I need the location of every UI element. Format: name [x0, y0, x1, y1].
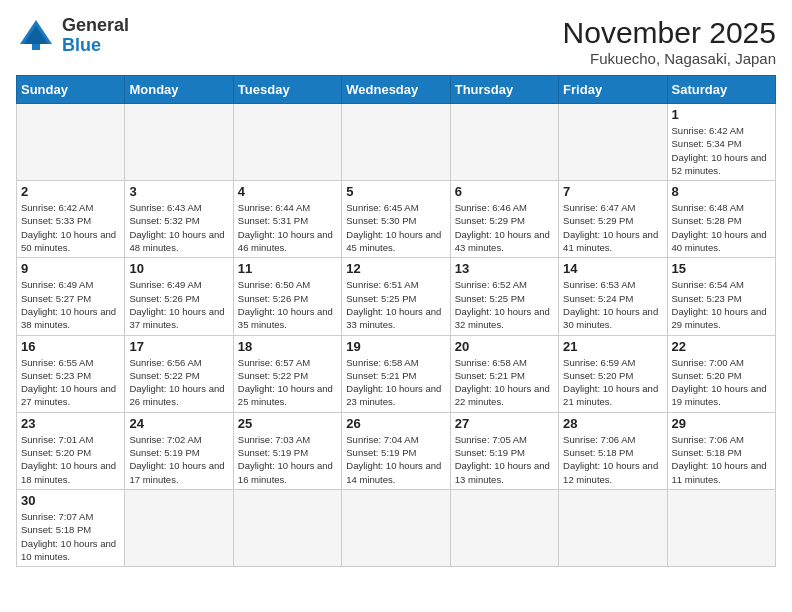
day-number: 24 [129, 416, 228, 431]
page-header: General Blue November 2025 Fukuecho, Nag… [16, 16, 776, 67]
logo-icon [16, 16, 56, 56]
day-info: Sunrise: 7:00 AM Sunset: 5:20 PM Dayligh… [672, 356, 771, 409]
day-info: Sunrise: 6:55 AM Sunset: 5:23 PM Dayligh… [21, 356, 120, 409]
day-number: 19 [346, 339, 445, 354]
day-number: 11 [238, 261, 337, 276]
calendar-day-cell: 5Sunrise: 6:45 AM Sunset: 5:30 PM Daylig… [342, 181, 450, 258]
day-info: Sunrise: 6:45 AM Sunset: 5:30 PM Dayligh… [346, 201, 445, 254]
day-info: Sunrise: 6:58 AM Sunset: 5:21 PM Dayligh… [346, 356, 445, 409]
page-title: November 2025 [563, 16, 776, 50]
calendar-day-cell: 19Sunrise: 6:58 AM Sunset: 5:21 PM Dayli… [342, 335, 450, 412]
day-info: Sunrise: 6:56 AM Sunset: 5:22 PM Dayligh… [129, 356, 228, 409]
day-info: Sunrise: 7:05 AM Sunset: 5:19 PM Dayligh… [455, 433, 554, 486]
calendar-day-cell: 4Sunrise: 6:44 AM Sunset: 5:31 PM Daylig… [233, 181, 341, 258]
day-info: Sunrise: 6:54 AM Sunset: 5:23 PM Dayligh… [672, 278, 771, 331]
calendar-day-cell: 16Sunrise: 6:55 AM Sunset: 5:23 PM Dayli… [17, 335, 125, 412]
weekday-header-tuesday: Tuesday [233, 76, 341, 104]
day-info: Sunrise: 7:01 AM Sunset: 5:20 PM Dayligh… [21, 433, 120, 486]
day-info: Sunrise: 6:58 AM Sunset: 5:21 PM Dayligh… [455, 356, 554, 409]
calendar-week-row: 23Sunrise: 7:01 AM Sunset: 5:20 PM Dayli… [17, 412, 776, 489]
calendar-table: SundayMondayTuesdayWednesdayThursdayFrid… [16, 75, 776, 567]
calendar-day-cell: 9Sunrise: 6:49 AM Sunset: 5:27 PM Daylig… [17, 258, 125, 335]
day-number: 22 [672, 339, 771, 354]
calendar-day-cell: 10Sunrise: 6:49 AM Sunset: 5:26 PM Dayli… [125, 258, 233, 335]
day-number: 12 [346, 261, 445, 276]
calendar-day-cell [342, 489, 450, 566]
day-info: Sunrise: 6:42 AM Sunset: 5:34 PM Dayligh… [672, 124, 771, 177]
day-info: Sunrise: 6:47 AM Sunset: 5:29 PM Dayligh… [563, 201, 662, 254]
day-number: 7 [563, 184, 662, 199]
page-subtitle: Fukuecho, Nagasaki, Japan [563, 50, 776, 67]
day-info: Sunrise: 7:06 AM Sunset: 5:18 PM Dayligh… [563, 433, 662, 486]
day-number: 5 [346, 184, 445, 199]
calendar-day-cell [450, 104, 558, 181]
calendar-day-cell: 15Sunrise: 6:54 AM Sunset: 5:23 PM Dayli… [667, 258, 775, 335]
day-number: 18 [238, 339, 337, 354]
weekday-header-thursday: Thursday [450, 76, 558, 104]
calendar-day-cell: 17Sunrise: 6:56 AM Sunset: 5:22 PM Dayli… [125, 335, 233, 412]
day-info: Sunrise: 6:42 AM Sunset: 5:33 PM Dayligh… [21, 201, 120, 254]
day-number: 17 [129, 339, 228, 354]
day-info: Sunrise: 6:53 AM Sunset: 5:24 PM Dayligh… [563, 278, 662, 331]
day-number: 25 [238, 416, 337, 431]
day-info: Sunrise: 7:04 AM Sunset: 5:19 PM Dayligh… [346, 433, 445, 486]
calendar-day-cell: 22Sunrise: 7:00 AM Sunset: 5:20 PM Dayli… [667, 335, 775, 412]
calendar-day-cell: 13Sunrise: 6:52 AM Sunset: 5:25 PM Dayli… [450, 258, 558, 335]
calendar-day-cell [559, 104, 667, 181]
calendar-day-cell [233, 489, 341, 566]
calendar-day-cell: 25Sunrise: 7:03 AM Sunset: 5:19 PM Dayli… [233, 412, 341, 489]
title-block: November 2025 Fukuecho, Nagasaki, Japan [563, 16, 776, 67]
day-number: 6 [455, 184, 554, 199]
calendar-week-row: 16Sunrise: 6:55 AM Sunset: 5:23 PM Dayli… [17, 335, 776, 412]
day-number: 23 [21, 416, 120, 431]
logo-text: General Blue [62, 16, 129, 56]
calendar-day-cell [450, 489, 558, 566]
calendar-week-row: 1Sunrise: 6:42 AM Sunset: 5:34 PM Daylig… [17, 104, 776, 181]
day-info: Sunrise: 7:07 AM Sunset: 5:18 PM Dayligh… [21, 510, 120, 563]
day-number: 14 [563, 261, 662, 276]
calendar-day-cell: 11Sunrise: 6:50 AM Sunset: 5:26 PM Dayli… [233, 258, 341, 335]
day-number: 9 [21, 261, 120, 276]
calendar-day-cell: 30Sunrise: 7:07 AM Sunset: 5:18 PM Dayli… [17, 489, 125, 566]
day-number: 1 [672, 107, 771, 122]
calendar-day-cell [17, 104, 125, 181]
day-number: 27 [455, 416, 554, 431]
day-info: Sunrise: 6:49 AM Sunset: 5:27 PM Dayligh… [21, 278, 120, 331]
logo: General Blue [16, 16, 129, 56]
day-number: 30 [21, 493, 120, 508]
calendar-week-row: 30Sunrise: 7:07 AM Sunset: 5:18 PM Dayli… [17, 489, 776, 566]
calendar-week-row: 9Sunrise: 6:49 AM Sunset: 5:27 PM Daylig… [17, 258, 776, 335]
day-number: 3 [129, 184, 228, 199]
day-info: Sunrise: 6:59 AM Sunset: 5:20 PM Dayligh… [563, 356, 662, 409]
day-number: 16 [21, 339, 120, 354]
calendar-day-cell [233, 104, 341, 181]
calendar-day-cell [125, 489, 233, 566]
calendar-day-cell: 8Sunrise: 6:48 AM Sunset: 5:28 PM Daylig… [667, 181, 775, 258]
calendar-day-cell: 24Sunrise: 7:02 AM Sunset: 5:19 PM Dayli… [125, 412, 233, 489]
day-info: Sunrise: 6:46 AM Sunset: 5:29 PM Dayligh… [455, 201, 554, 254]
day-number: 2 [21, 184, 120, 199]
day-info: Sunrise: 7:02 AM Sunset: 5:19 PM Dayligh… [129, 433, 228, 486]
day-info: Sunrise: 6:52 AM Sunset: 5:25 PM Dayligh… [455, 278, 554, 331]
calendar-day-cell: 27Sunrise: 7:05 AM Sunset: 5:19 PM Dayli… [450, 412, 558, 489]
day-number: 10 [129, 261, 228, 276]
calendar-day-cell [125, 104, 233, 181]
calendar-day-cell: 1Sunrise: 6:42 AM Sunset: 5:34 PM Daylig… [667, 104, 775, 181]
day-number: 4 [238, 184, 337, 199]
calendar-day-cell: 6Sunrise: 6:46 AM Sunset: 5:29 PM Daylig… [450, 181, 558, 258]
calendar-day-cell: 2Sunrise: 6:42 AM Sunset: 5:33 PM Daylig… [17, 181, 125, 258]
calendar-day-cell: 29Sunrise: 7:06 AM Sunset: 5:18 PM Dayli… [667, 412, 775, 489]
calendar-day-cell: 14Sunrise: 6:53 AM Sunset: 5:24 PM Dayli… [559, 258, 667, 335]
day-number: 26 [346, 416, 445, 431]
calendar-day-cell: 18Sunrise: 6:57 AM Sunset: 5:22 PM Dayli… [233, 335, 341, 412]
weekday-header-wednesday: Wednesday [342, 76, 450, 104]
calendar-week-row: 2Sunrise: 6:42 AM Sunset: 5:33 PM Daylig… [17, 181, 776, 258]
calendar-day-cell: 3Sunrise: 6:43 AM Sunset: 5:32 PM Daylig… [125, 181, 233, 258]
day-info: Sunrise: 6:44 AM Sunset: 5:31 PM Dayligh… [238, 201, 337, 254]
calendar-day-cell: 7Sunrise: 6:47 AM Sunset: 5:29 PM Daylig… [559, 181, 667, 258]
day-info: Sunrise: 6:43 AM Sunset: 5:32 PM Dayligh… [129, 201, 228, 254]
calendar-header-row: SundayMondayTuesdayWednesdayThursdayFrid… [17, 76, 776, 104]
svg-rect-2 [32, 44, 40, 50]
calendar-day-cell: 12Sunrise: 6:51 AM Sunset: 5:25 PM Dayli… [342, 258, 450, 335]
day-number: 13 [455, 261, 554, 276]
